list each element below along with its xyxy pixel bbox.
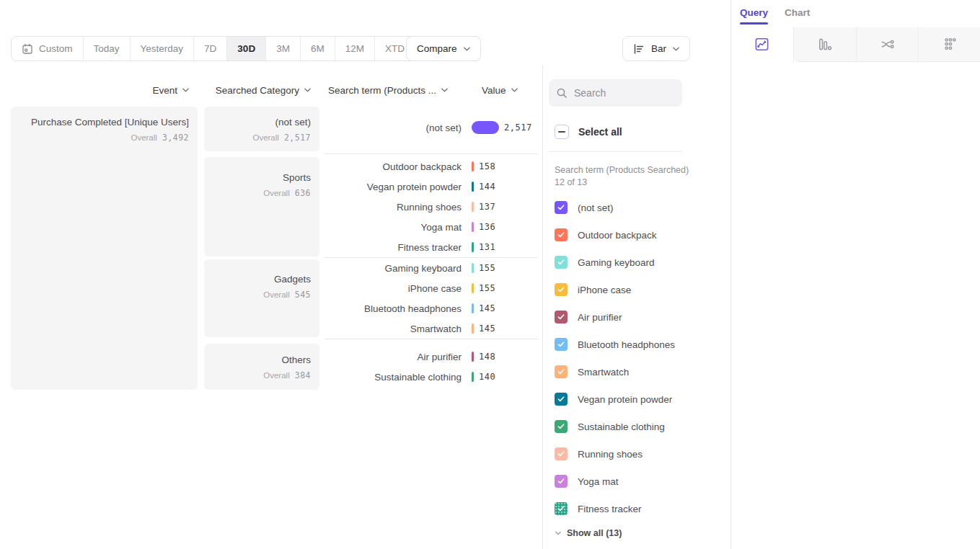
category-cell[interactable]: Sports Overall 636	[204, 157, 319, 256]
legend-item[interactable]: Gaming keyboard	[555, 256, 675, 269]
legend-item[interactable]: Running shoes	[555, 447, 675, 460]
date-range-label: 7D	[204, 43, 216, 54]
show-all-label: Show all (13)	[567, 528, 622, 538]
category-cell[interactable]: Gadgets Overall 545	[204, 259, 319, 337]
table-row[interactable]: Outdoor backpack 158	[325, 156, 541, 177]
table-row[interactable]: iPhone case 155	[325, 278, 541, 298]
term-label: (not set)	[325, 122, 462, 133]
value-bar	[472, 323, 474, 334]
tab-chart[interactable]: Chart	[785, 7, 810, 18]
value-bar	[472, 222, 474, 232]
checkbox-checked[interactable]	[555, 201, 568, 214]
table-row[interactable]: Running shoes 137	[325, 197, 541, 217]
table-row[interactable]: Yoga mat 136	[325, 217, 541, 237]
column-header-value[interactable]: Value	[482, 84, 518, 97]
value-bar	[472, 242, 474, 252]
tab-insights[interactable]	[731, 27, 794, 62]
legend-item[interactable]: iPhone case	[555, 283, 675, 296]
checkbox-checked[interactable]	[555, 311, 568, 323]
term-label: iPhone case	[325, 283, 462, 294]
overall-label: Overall	[263, 371, 289, 380]
value-bar	[472, 303, 474, 313]
table-row[interactable]: Fitness tracker 131	[325, 237, 541, 257]
date-range-yesterday[interactable]: Yesterday	[130, 37, 194, 61]
date-range-12m[interactable]: 12M	[335, 37, 374, 61]
date-range-label: 30D	[237, 43, 255, 54]
compare-button[interactable]: Compare	[406, 36, 481, 61]
date-range-30d[interactable]: 30D	[226, 37, 265, 61]
value-text: 144	[479, 182, 495, 192]
table-row[interactable]: Vegan protein powder 144	[325, 177, 541, 197]
table-row[interactable]: Bluetooth headphones 145	[325, 298, 541, 318]
legend-item[interactable]: Bluetooth headphones	[555, 338, 675, 351]
checkbox-checked[interactable]	[555, 256, 568, 269]
legend-item[interactable]: Sustainable clothing	[555, 420, 675, 433]
select-all-checkbox-indeterminate[interactable]	[555, 125, 569, 139]
category-name: Gadgets	[204, 273, 311, 286]
checkbox-checked[interactable]	[555, 283, 568, 296]
retention-icon	[942, 36, 958, 53]
checkbox-checked[interactable]	[555, 475, 568, 488]
category-cell[interactable]: Others Overall 384	[204, 344, 319, 390]
term-label: Sustainable clothing	[325, 372, 462, 383]
legend-item-label: Yoga mat	[578, 476, 619, 487]
value-bar	[472, 372, 474, 382]
select-all-label: Select all	[578, 126, 622, 138]
date-range-6m[interactable]: 6M	[300, 37, 335, 61]
checkbox-checked[interactable]	[555, 420, 568, 433]
tab-funnels[interactable]	[794, 27, 856, 62]
search-icon	[556, 87, 568, 99]
column-header-searched-category[interactable]: Searched Category	[204, 84, 319, 97]
table-row[interactable]: Sustainable clothing 140	[325, 367, 541, 387]
tab-retention[interactable]	[918, 27, 980, 62]
select-all[interactable]: Select all	[555, 125, 622, 139]
legend-item[interactable]: Fitness tracker	[555, 502, 675, 515]
checkbox-checked[interactable]	[555, 447, 568, 460]
event-cell[interactable]: Purchase Completed [Unique Users] Overal…	[11, 107, 198, 390]
report-type-tabs	[731, 27, 980, 62]
value-text: 148	[479, 352, 495, 362]
term-label: Yoga mat	[325, 222, 462, 233]
checkbox-checked-patterned[interactable]	[555, 502, 568, 515]
legend-item[interactable]: Air purifier	[555, 311, 675, 323]
search-input[interactable]	[574, 87, 668, 99]
insights-report-page: Custom Today Yesterday 7D 30D 3M 6M 12M …	[0, 0, 980, 549]
flows-icon	[879, 36, 896, 53]
legend-item-label: Sustainable clothing	[578, 421, 665, 432]
tab-query[interactable]: Query	[740, 7, 768, 18]
date-range-3m[interactable]: 3M	[265, 37, 300, 61]
chart-type-button[interactable]: Bar	[622, 36, 690, 61]
date-range-label: Yesterday	[141, 43, 184, 54]
category-cell[interactable]: (not set) Overall 2,517	[204, 107, 319, 151]
active-tab-underline	[740, 22, 768, 24]
show-all-toggle[interactable]: Show all (13)	[555, 528, 622, 538]
divider	[325, 339, 538, 339]
checkbox-checked[interactable]	[555, 338, 568, 351]
legend-item[interactable]: Outdoor backpack	[555, 228, 675, 241]
checkbox-checked[interactable]	[555, 228, 568, 241]
value-bar	[472, 283, 474, 293]
table-row[interactable]: Smartwatch 145	[325, 318, 541, 339]
overall-value: 384	[295, 370, 311, 380]
legend-item[interactable]: Smartwatch	[555, 365, 675, 378]
date-range-label: 3M	[276, 43, 290, 54]
legend-item[interactable]: Vegan protein powder	[555, 393, 675, 406]
legend-item[interactable]: Yoga mat	[555, 475, 675, 488]
category-overall: Overall 2,517	[204, 133, 311, 143]
table-row[interactable]: Gaming keyboard 155	[325, 258, 541, 278]
legend-search[interactable]	[549, 79, 682, 107]
term-label: Bluetooth headphones	[325, 303, 462, 314]
date-range-7d[interactable]: 7D	[193, 37, 226, 61]
date-range-custom[interactable]: Custom	[12, 37, 83, 61]
date-range-today[interactable]: Today	[83, 37, 130, 61]
column-header-search-term[interactable]: Search term (Products ...	[328, 84, 448, 97]
table-row[interactable]: (not set) 2,517	[325, 117, 541, 138]
column-header-event[interactable]: Event	[11, 84, 198, 97]
legend-caption: Search term (Products Searched) 12 of 13	[555, 164, 692, 188]
checkbox-checked[interactable]	[555, 365, 568, 378]
tab-flows[interactable]	[856, 27, 919, 62]
divider	[325, 153, 538, 154]
legend-item[interactable]: (not set)	[555, 201, 675, 214]
checkbox-checked[interactable]	[555, 393, 568, 406]
table-row[interactable]: Air purifier 148	[325, 347, 541, 367]
